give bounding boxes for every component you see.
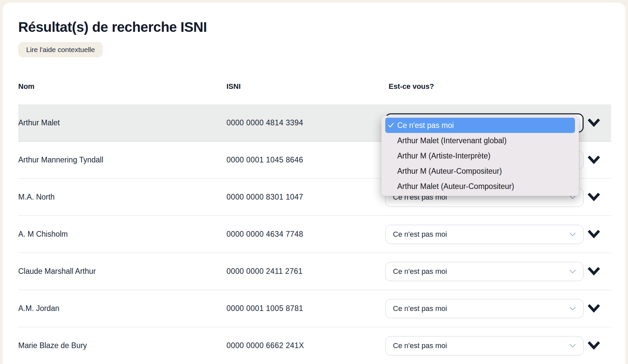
isni-cell: 0000 0000 6662 241X xyxy=(226,341,385,350)
isni-cell: 0000 0001 1005 8781 xyxy=(226,304,385,313)
chevron-down-icon xyxy=(569,307,576,311)
isni-cell: 0000 0001 1045 8646 xyxy=(226,155,385,164)
table-header-row: Nom ISNI Est-ce vous? xyxy=(18,82,611,91)
chevron-down-bold-icon xyxy=(588,230,600,239)
column-header-isni: ISNI xyxy=(226,82,385,91)
row-expander-button[interactable] xyxy=(588,341,600,350)
name-cell: Arthur Malet xyxy=(18,118,226,127)
is-it-you-select[interactable]: Ce n'est pas moi xyxy=(385,299,584,318)
open-select-dropdown-menu: Ce n'est pas moi Arthur Malet (Intervena… xyxy=(381,116,579,196)
row-expander-button[interactable] xyxy=(588,304,600,313)
name-cell: A.M. Jordan xyxy=(18,304,226,313)
chevron-down-bold-icon xyxy=(588,193,600,202)
table-row: A. M Chisholm 0000 0000 4634 7748 Ce n'e… xyxy=(18,216,611,253)
page-background: { "page": { "title": "Résultat(s) de rec… xyxy=(0,0,628,364)
is-it-you-select[interactable]: Ce n'est pas moi xyxy=(385,262,584,281)
chevron-down-bold-icon xyxy=(588,156,600,164)
select-value: Ce n'est pas moi xyxy=(393,230,447,239)
isni-cell: 0000 0000 8301 1047 xyxy=(226,193,385,202)
chevron-down-icon xyxy=(569,232,576,236)
name-cell: Claude Marshall Arthur xyxy=(18,267,226,276)
results-card: Résultat(s) de recherche ISNI Lire l'aid… xyxy=(3,3,625,364)
column-header-is-it-you: Est-ce vous? xyxy=(385,82,611,91)
select-value: Ce n'est pas moi xyxy=(393,341,447,350)
name-cell: Marie Blaze de Bury xyxy=(18,341,226,350)
chevron-down-bold-icon xyxy=(588,267,600,276)
checkmark-icon xyxy=(388,123,397,128)
row-expander-button[interactable] xyxy=(588,267,600,276)
chevron-down-bold-icon xyxy=(588,304,600,313)
row-expander-button[interactable] xyxy=(588,193,600,202)
name-cell: A. M Chisholm xyxy=(18,230,226,239)
select-value: Ce n'est pas moi xyxy=(393,304,447,313)
isni-cell: 0000 0000 4634 7748 xyxy=(226,230,385,239)
column-header-name: Nom xyxy=(18,82,226,91)
dropdown-option[interactable]: Arthur M (Auteur-Compositeur) xyxy=(385,163,575,179)
row-expander-button[interactable] xyxy=(588,119,600,127)
table-row: Marie Blaze de Bury 0000 0000 6662 241X … xyxy=(18,327,611,364)
chevron-down-bold-icon xyxy=(588,341,600,350)
table-row: Claude Marshall Arthur 0000 0000 2411 27… xyxy=(18,253,611,290)
is-it-you-select[interactable]: Ce n'est pas moi xyxy=(385,336,584,355)
chevron-down-bold-icon xyxy=(588,119,600,127)
isni-cell: 0000 0000 4814 3394 xyxy=(226,118,385,127)
row-expander-button[interactable] xyxy=(588,230,600,239)
is-it-you-select[interactable]: Ce n'est pas moi xyxy=(385,225,584,244)
row-expander-button[interactable] xyxy=(588,156,600,164)
dropdown-option[interactable]: Arthur Malet (Intervenant global) xyxy=(385,133,575,148)
isni-cell: 0000 0000 2411 2761 xyxy=(226,267,385,276)
page-title: Résultat(s) de recherche ISNI xyxy=(18,19,207,35)
dropdown-option[interactable]: Ce n'est pas moi xyxy=(385,118,575,133)
table-row: A.M. Jordan 0000 0001 1005 8781 Ce n'est… xyxy=(18,290,611,327)
name-cell: Arthur Mannering Tyndall xyxy=(18,155,226,164)
chevron-down-icon xyxy=(569,344,576,348)
contextual-help-link[interactable]: Lire l'aide contextuelle xyxy=(18,42,103,57)
dropdown-option[interactable]: Arthur M (Artiste-Interprète) xyxy=(385,148,575,163)
dropdown-option[interactable]: Arthur Malet (Auteur-Compositeur) xyxy=(385,179,575,194)
chevron-down-icon xyxy=(569,270,576,273)
select-value: Ce n'est pas moi xyxy=(393,267,447,276)
name-cell: M.A. North xyxy=(18,193,226,202)
